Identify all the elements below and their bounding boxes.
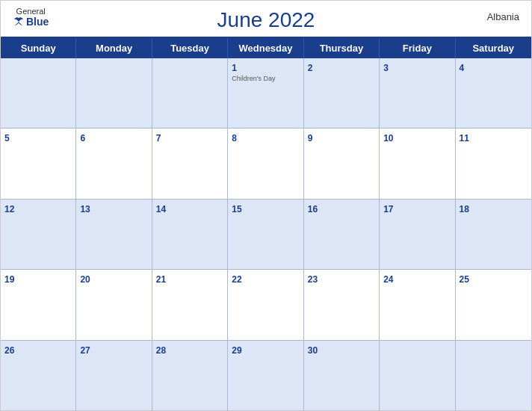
day-number: 8 bbox=[232, 133, 237, 143]
day-header-friday: Friday bbox=[380, 38, 455, 58]
day-header-thursday: Thursday bbox=[304, 38, 380, 58]
day-cell: 20 bbox=[76, 270, 152, 339]
day-number: 23 bbox=[308, 274, 318, 285]
day-cell: 18 bbox=[456, 200, 531, 269]
day-cell bbox=[152, 58, 228, 128]
day-cell: 5 bbox=[1, 129, 76, 198]
day-number: 21 bbox=[156, 274, 166, 285]
day-number: 10 bbox=[383, 133, 393, 143]
logo-bird-icon bbox=[13, 16, 25, 27]
calendar-title: June 2022 bbox=[217, 8, 315, 32]
day-cell: 11 bbox=[456, 129, 531, 198]
day-cell: 6 bbox=[76, 129, 152, 198]
week-row-5: 2627282930 bbox=[1, 341, 531, 410]
day-number: 28 bbox=[156, 345, 166, 356]
calendar-grid: SundayMondayTuesdayWednesdayThursdayFrid… bbox=[1, 37, 531, 410]
day-number: 1 bbox=[232, 63, 237, 73]
day-number: 30 bbox=[308, 345, 318, 356]
day-cell: 19 bbox=[1, 270, 76, 339]
day-number: 5 bbox=[4, 133, 10, 143]
week-row-4: 19202122232425 bbox=[1, 270, 531, 340]
day-number: 25 bbox=[460, 274, 469, 285]
holiday-label: Children's Day bbox=[232, 75, 299, 82]
day-cell: 16 bbox=[304, 200, 380, 269]
day-header-saturday: Saturday bbox=[456, 38, 531, 58]
day-header-sunday: Sunday bbox=[1, 38, 76, 58]
day-number: 22 bbox=[232, 274, 241, 285]
day-cell: 7 bbox=[152, 129, 228, 198]
day-headers-row: SundayMondayTuesdayWednesdayThursdayFrid… bbox=[1, 38, 531, 58]
day-number: 19 bbox=[4, 274, 14, 285]
logo-blue: Blue bbox=[13, 16, 49, 28]
day-number: 24 bbox=[383, 274, 393, 285]
day-cell: 1Children's Day bbox=[228, 58, 303, 128]
day-cell: 21 bbox=[152, 270, 228, 339]
day-cell: 23 bbox=[304, 270, 380, 339]
day-number: 4 bbox=[460, 63, 465, 73]
day-number: 15 bbox=[232, 204, 241, 214]
day-cell: 14 bbox=[152, 200, 228, 269]
day-cell: 8 bbox=[228, 129, 303, 198]
day-cell: 15 bbox=[228, 200, 303, 269]
day-header-wednesday: Wednesday bbox=[228, 38, 303, 58]
day-cell: 29 bbox=[228, 341, 303, 410]
day-number: 17 bbox=[383, 204, 393, 214]
weeks-container: 1Children's Day2345678910111213141516171… bbox=[1, 58, 531, 410]
week-row-1: 1Children's Day234 bbox=[1, 58, 531, 129]
day-cell bbox=[380, 341, 455, 410]
day-cell: 4 bbox=[456, 58, 531, 128]
day-number: 11 bbox=[460, 133, 469, 143]
day-number: 9 bbox=[308, 133, 313, 143]
day-cell: 27 bbox=[76, 341, 152, 410]
day-cell: 22 bbox=[228, 270, 303, 339]
calendar-container: General Blue June 2022 Albania SundayMon… bbox=[0, 0, 532, 411]
day-number: 18 bbox=[460, 204, 469, 214]
day-number: 3 bbox=[383, 63, 389, 73]
day-number: 20 bbox=[80, 274, 90, 285]
week-row-2: 567891011 bbox=[1, 129, 531, 199]
logo-general: General bbox=[16, 7, 46, 16]
day-cell: 26 bbox=[1, 341, 76, 410]
day-cell: 25 bbox=[456, 270, 531, 339]
day-cell bbox=[456, 341, 531, 410]
day-number: 2 bbox=[308, 63, 313, 73]
day-header-tuesday: Tuesday bbox=[152, 38, 228, 58]
week-row-3: 12131415161718 bbox=[1, 200, 531, 270]
day-number: 7 bbox=[156, 133, 161, 143]
day-cell bbox=[76, 58, 152, 128]
day-cell: 12 bbox=[1, 200, 76, 269]
day-cell: 13 bbox=[76, 200, 152, 269]
day-number: 27 bbox=[80, 345, 90, 356]
country-label: Albania bbox=[487, 11, 519, 22]
day-cell: 30 bbox=[304, 341, 380, 410]
day-cell: 9 bbox=[304, 129, 380, 198]
day-number: 16 bbox=[308, 204, 318, 214]
day-number: 6 bbox=[80, 133, 85, 143]
day-cell: 3 bbox=[380, 58, 455, 128]
day-number: 13 bbox=[80, 204, 90, 214]
day-number: 12 bbox=[4, 204, 14, 214]
day-number: 29 bbox=[232, 345, 241, 356]
logo[interactable]: General Blue bbox=[13, 7, 49, 28]
day-cell: 17 bbox=[380, 200, 455, 269]
day-header-monday: Monday bbox=[76, 38, 152, 58]
day-cell: 2 bbox=[304, 58, 380, 128]
day-cell: 28 bbox=[152, 341, 228, 410]
day-number: 26 bbox=[4, 345, 14, 356]
day-cell bbox=[1, 58, 76, 128]
day-cell: 10 bbox=[380, 129, 455, 198]
day-cell: 24 bbox=[380, 270, 455, 339]
calendar-header: General Blue June 2022 Albania bbox=[1, 1, 531, 37]
day-number: 14 bbox=[156, 204, 166, 214]
